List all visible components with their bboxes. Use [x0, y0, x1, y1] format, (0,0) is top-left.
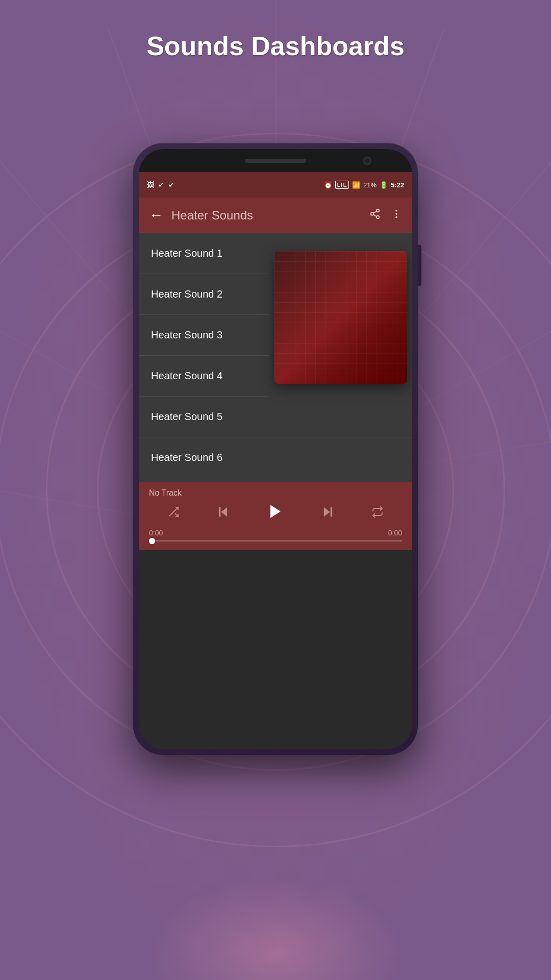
phone-speaker — [245, 159, 306, 163]
status-right: ⏰ LTE 📶 21% 🔋 5:22 — [324, 181, 404, 189]
svg-line-4 — [373, 211, 377, 213]
track-name: No Track — [149, 488, 402, 498]
status-bar: 🖼 ✔ ✔ ⏰ LTE 📶 21% 🔋 5:22 — [139, 172, 412, 198]
action-bar: ← Heater Sounds — [139, 198, 412, 233]
sound-item-4-label: Heater Sound 4 — [151, 370, 222, 382]
share-icon[interactable] — [369, 208, 381, 223]
time-start: 0:00 — [149, 529, 163, 537]
prev-button[interactable] — [216, 505, 230, 522]
battery-icon: 🔋 — [380, 181, 388, 189]
svg-point-7 — [395, 216, 397, 218]
svg-point-5 — [395, 210, 397, 212]
player-controls — [149, 503, 402, 524]
repeat-button[interactable] — [371, 506, 384, 521]
svg-point-6 — [395, 213, 397, 215]
content-area: Heater Sound 1 Heater Sound 2 Heater Sou… — [139, 233, 412, 550]
notification-icon-2: ✔ — [158, 181, 164, 189]
sound-item-5-label: Heater Sound 5 — [151, 411, 222, 423]
svg-rect-11 — [219, 507, 221, 517]
svg-point-0 — [377, 209, 380, 212]
progress-dot — [149, 538, 155, 544]
time-end: 0:00 — [388, 529, 402, 537]
play-button[interactable] — [267, 503, 284, 524]
phone-camera — [363, 157, 371, 165]
signal-icon: 📶 — [352, 181, 360, 189]
back-button[interactable]: ← — [149, 207, 163, 224]
sound-item-6[interactable]: Heater Sound 6 — [139, 437, 412, 478]
album-art-container — [269, 233, 412, 402]
phone-screen: 🖼 ✔ ✔ ⏰ LTE 📶 21% 🔋 5:22 ← Heater Sounds — [139, 149, 412, 749]
sound-item-1-label: Heater Sound 1 — [151, 248, 222, 259]
svg-marker-10 — [221, 507, 228, 517]
action-bar-icons — [369, 208, 402, 223]
phone-outer: 🖼 ✔ ✔ ⏰ LTE 📶 21% 🔋 5:22 ← Heater Sounds — [133, 143, 418, 755]
shuffle-button[interactable] — [167, 506, 180, 521]
album-art — [274, 251, 407, 384]
svg-point-1 — [371, 212, 374, 215]
more-options-icon[interactable] — [391, 208, 402, 223]
lte-badge: LTE — [335, 181, 349, 189]
progress-bar[interactable] — [149, 540, 402, 542]
player-bar: No Track — [139, 482, 412, 550]
notification-icon-3: ✔ — [168, 181, 174, 189]
phone-side-button — [418, 245, 421, 286]
phone-top-bar — [139, 149, 412, 172]
svg-rect-14 — [330, 507, 332, 517]
clock: 5:22 — [391, 181, 404, 189]
page-title: Sounds Dashboards — [0, 31, 551, 61]
svg-line-3 — [373, 214, 377, 216]
battery-text: 21% — [363, 181, 377, 189]
phone-device: 🖼 ✔ ✔ ⏰ LTE 📶 21% 🔋 5:22 ← Heater Sounds — [133, 143, 418, 755]
sound-item-5[interactable]: Heater Sound 5 — [139, 397, 412, 437]
action-bar-title: Heater Sounds — [171, 208, 369, 223]
status-left: 🖼 ✔ ✔ — [147, 181, 174, 189]
notification-icon-1: 🖼 — [147, 181, 154, 189]
sound-item-2-label: Heater Sound 2 — [151, 288, 222, 300]
sound-item-3-label: Heater Sound 3 — [151, 329, 222, 341]
svg-marker-12 — [270, 505, 281, 518]
sound-item-6-label: Heater Sound 6 — [151, 452, 222, 463]
alarm-icon: ⏰ — [324, 181, 332, 189]
svg-marker-13 — [323, 507, 330, 517]
player-times: 0:00 0:00 — [149, 529, 402, 537]
album-art-overlay — [274, 251, 407, 384]
svg-point-2 — [377, 216, 380, 219]
next-button[interactable] — [321, 505, 335, 522]
